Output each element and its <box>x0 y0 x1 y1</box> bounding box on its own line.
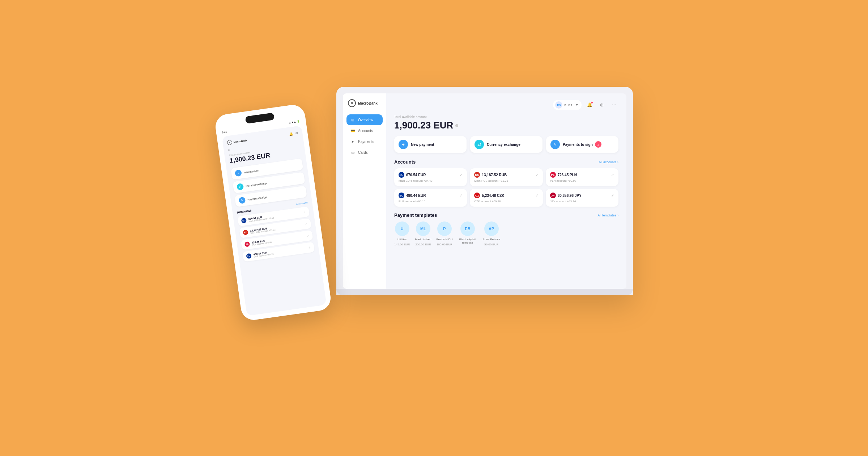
share-icon[interactable]: ⤢ <box>536 194 539 197</box>
account-card[interactable]: CZ 5,234.48 CZK ⤢ CZK account +09.98 <box>470 189 542 207</box>
phone-currency-icon: ⇄ <box>237 183 244 190</box>
phone-logo-icon: ✕ <box>227 140 233 145</box>
chevron-right-icon: ⤢ <box>305 222 308 226</box>
account-card[interactable]: EU 480.44 EUR ⤢ EUR account +65.16 <box>394 189 467 207</box>
sidebar-item-payments[interactable]: ➤ Payments <box>346 136 383 147</box>
account-card[interactable]: JP 30,356.96 JPY ⤢ JPY account +43.16 <box>546 189 618 207</box>
template-amount: 100.00 EUR <box>437 243 452 246</box>
accounts-title: Accounts <box>394 159 416 165</box>
account-top: CZ 5,234.48 CZK ⤢ <box>474 193 538 198</box>
template-item[interactable]: EB Electricity bill template <box>458 221 477 244</box>
account-amount: 13,187.52 RUB <box>482 173 507 177</box>
phone-logo-text: MacroBank <box>233 139 247 143</box>
currency-exchange-button[interactable]: ⇄ Currency exchange <box>470 136 542 153</box>
phone-account-left: PL 726.45 PLN PLN account +00.98 <box>244 238 272 247</box>
template-avatar: U <box>395 221 409 236</box>
template-item[interactable]: AP Anna Petrova 56.00 EUR <box>482 221 500 246</box>
phone-all-accounts-link[interactable]: All accounts <box>296 201 308 205</box>
phone: 9:41 ▲▲▲ 🔋 ✕ MacroBank 🔔 ⊕ ≡ Total avail… <box>214 103 332 321</box>
phone-action-buttons: + New payment ⇄ Currency exchange ✎ Paym… <box>231 159 307 207</box>
account-amount: 480.44 EUR <box>406 194 426 198</box>
logo-icon: ✕ <box>348 99 356 107</box>
share-icon[interactable]: ⤢ <box>611 173 614 177</box>
chevron-right-icon: ⤢ <box>308 246 311 249</box>
accounts-section-header: Accounts All accounts › <box>394 159 618 165</box>
phone-new-payment-icon: + <box>235 169 242 177</box>
phone-content: ✕ MacroBank 🔔 ⊕ ≡ Total available amount… <box>222 126 326 316</box>
user-avatar: KS <box>555 101 562 109</box>
template-item[interactable]: U Utilities 145.00 EUR <box>394 221 410 246</box>
balance-amount: 1,900.23 EUR <box>394 120 618 131</box>
new-payment-button[interactable]: + New payment <box>394 136 467 153</box>
account-amount: 670.54 EUR <box>406 173 426 177</box>
templates-row: U Utilities 145.00 EUR ML Mart Lindren 2… <box>394 221 618 246</box>
chevron-right-icon: ⤢ <box>303 210 306 214</box>
template-name: Utilities <box>397 238 407 241</box>
account-info: RU 13,187.52 RUB <box>474 172 507 178</box>
phone-account-left: EU 670.54 EUR Main EUR account +34.43 <box>241 214 274 223</box>
chevron-right-icon: › <box>617 160 618 164</box>
share-icon[interactable]: ⤢ <box>460 173 463 177</box>
account-name: PLN account +00.98 <box>550 179 614 182</box>
sidebar-item-overview[interactable]: ⊞ Overview <box>346 114 383 125</box>
payments-sign-badge: 1 <box>595 141 601 148</box>
phone-account-info: 480.44 EUR EUR account +65.16 <box>253 250 274 258</box>
account-top: EU 670.54 EUR ⤢ <box>399 172 463 178</box>
chevron-right-icon: ⤢ <box>306 234 309 237</box>
account-card[interactable]: EU 670.54 EUR ⤢ Main EUR account +34.43 <box>394 168 467 186</box>
more-button[interactable]: ⋯ <box>610 101 618 109</box>
account-top: RU 13,187.52 RUB ⤢ <box>474 172 538 178</box>
balance-dot <box>455 124 458 127</box>
send-icon: ➤ <box>350 139 355 144</box>
account-top: JP 30,356.96 JPY ⤢ <box>550 193 614 198</box>
payments-sign-content: Payments to sign 1 <box>563 141 601 148</box>
phone-bell-icon[interactable]: 🔔 <box>289 132 293 136</box>
account-card[interactable]: PL 726.45 PLN ⤢ PLN account +00.98 <box>546 168 618 186</box>
all-templates-link[interactable]: All templates › <box>597 214 618 217</box>
phone-sign-icon: ✎ <box>238 197 246 204</box>
phone-new-payment-label: New payment <box>243 169 259 174</box>
templates-section-header: Payment templates All templates › <box>394 212 618 218</box>
template-name: Peaceful DU <box>437 238 453 241</box>
account-card[interactable]: RU 13,187.52 RUB ⤢ Main RUB account +11.… <box>470 168 542 186</box>
payments-sign-icon: ✎ <box>550 140 560 149</box>
account-flag: EU <box>399 193 404 198</box>
currency-exchange-label: Currency exchange <box>487 143 520 147</box>
action-buttons: + New payment ⇄ Currency exchange ✎ Paym… <box>394 136 618 153</box>
phone-account-left: RU 13,187.52 RUB Main RUB account +11.23 <box>243 226 276 235</box>
template-amount: 56.00 EUR <box>484 243 498 246</box>
wallet-icon: 💳 <box>350 128 355 133</box>
account-name: JPY account +43.16 <box>550 200 614 203</box>
account-flag: EU <box>399 172 404 178</box>
app-header: KS Kurt S. ▾ 🔔 ⊕ ⋯ <box>394 100 618 110</box>
notifications-button[interactable]: 🔔 <box>585 101 594 109</box>
phone-share-icon[interactable]: ⊕ <box>295 131 298 135</box>
payments-to-sign-button[interactable]: ✎ Payments to sign 1 <box>546 136 618 153</box>
template-name: Mart Lindren <box>415 238 431 241</box>
card-icon: ▭ <box>350 150 355 155</box>
account-info: EU 480.44 EUR <box>399 193 426 198</box>
phone-currency-label: Currency exchange <box>246 182 268 187</box>
account-flag: RU <box>474 172 480 178</box>
account-info: JP 30,356.96 JPY <box>550 193 582 198</box>
laptop-nav: ⊞ Overview 💳 Accounts ➤ Payments ▭ Cards <box>346 114 383 158</box>
user-badge[interactable]: KS Kurt S. ▾ <box>553 100 582 110</box>
phone-account-flag: EU <box>241 218 247 224</box>
account-flag: PL <box>550 172 556 178</box>
account-info: CZ 5,234.48 CZK <box>474 193 504 198</box>
scene: ✕ MacroBank ⊞ Overview 💳 Accounts ➤ Paym… <box>235 65 633 391</box>
share-icon[interactable]: ⤢ <box>460 194 463 197</box>
laptop-screen: ✕ MacroBank ⊞ Overview 💳 Accounts ➤ Paym… <box>343 93 626 289</box>
sidebar-item-cards[interactable]: ▭ Cards <box>346 147 383 158</box>
accounts-grid: EU 670.54 EUR ⤢ Main EUR account +34.43 … <box>394 168 618 207</box>
account-amount: 30,356.96 JPY <box>558 194 582 198</box>
share-button[interactable]: ⊕ <box>597 101 606 109</box>
all-accounts-link[interactable]: All accounts › <box>599 160 618 164</box>
share-icon[interactable]: ⤢ <box>611 194 614 197</box>
template-item[interactable]: ML Mart Lindren 250.00 EUR <box>415 221 431 246</box>
notification-dot <box>591 101 593 104</box>
sidebar-item-accounts[interactable]: 💳 Accounts <box>346 125 383 136</box>
laptop-base <box>336 289 633 295</box>
template-item[interactable]: P Peaceful DU 100.00 EUR <box>437 221 453 246</box>
share-icon[interactable]: ⤢ <box>536 173 539 177</box>
